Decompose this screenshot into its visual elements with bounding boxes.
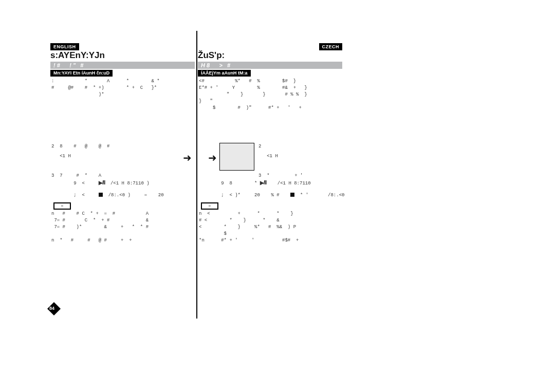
- language-badge-czech: CZECH: [319, 43, 343, 50]
- thumbnail-placeholder: [219, 143, 254, 171]
- right-stop-line: ; < )* 20 % # * ' /8:.<0: [199, 188, 341, 203]
- stop-icon: [99, 193, 103, 197]
- left-notes: n # # C * + = # A 7= # C * + # & 7= # )*…: [51, 211, 194, 244]
- left-note-box: =: [53, 202, 71, 210]
- left-column: ENGLISH s:AYEnY:YJn ! # ! " # Mn:YAYI Et…: [50, 41, 195, 308]
- left-stop-line: ; < /8:.<0 ) = 20: [51, 188, 194, 203]
- left-section-bar: ! # ! " #: [50, 62, 195, 69]
- page-number: 84: [49, 306, 54, 311]
- left-stop-prefix: ; <: [73, 193, 99, 198]
- right-note-box: =: [201, 202, 218, 210]
- page-canvas: ENGLISH s:AYEnY:YJn ! # ! " # Mn:YAYI Et…: [0, 0, 555, 392]
- left-title: s:AYEnY:YJn: [50, 50, 105, 61]
- arrow-right-icon: ➜: [183, 152, 192, 164]
- right-play-prefix: 9 8 *: [221, 181, 260, 186]
- right-section-bar: H 8 > #: [198, 62, 342, 69]
- arrow-right-icon: ➜: [208, 152, 217, 164]
- right-column: CZECH ŽuS'p: H 8 > # ÍAÅEjYm aAunH tM:a …: [198, 41, 342, 308]
- right-subheading: ÍAÅEjYm aAunH tM:a: [198, 70, 251, 77]
- left-stop-suffix: /8:.<0 ) = 20: [103, 193, 164, 198]
- play-pause-icon: ▶/II: [99, 180, 105, 185]
- left-play-prefix: 9 <: [73, 181, 99, 186]
- left-play-suffix: /<1 H 8:7110 ): [105, 181, 149, 186]
- left-body-text: : * A * & * # @# # * +) * + C }* )*: [51, 78, 194, 98]
- document-page: ENGLISH s:AYEnY:YJn ! # ! " # Mn:YAYI Et…: [50, 41, 342, 308]
- right-stop-prefix: ; < )* 20 % #: [221, 193, 290, 198]
- right-title: ŽuS'p:: [198, 50, 225, 61]
- right-notes: n < + * * } # < * } * & < * } %* # %& ) …: [199, 211, 341, 244]
- language-badge-english: ENGLISH: [50, 43, 79, 50]
- play-pause-icon: ▶/II: [260, 180, 266, 185]
- right-body-text: <# %* # % $# } E*# + ' Y % #& + } " } } …: [199, 78, 341, 111]
- right-play-suffix: /<1 H 8:7110: [266, 181, 310, 186]
- right-stop-suffix: * ' /8:.<0: [294, 193, 344, 198]
- left-subheading: Mn:YAYI Etn íAunH čn:uD: [50, 70, 113, 77]
- vertical-divider: [196, 31, 197, 319]
